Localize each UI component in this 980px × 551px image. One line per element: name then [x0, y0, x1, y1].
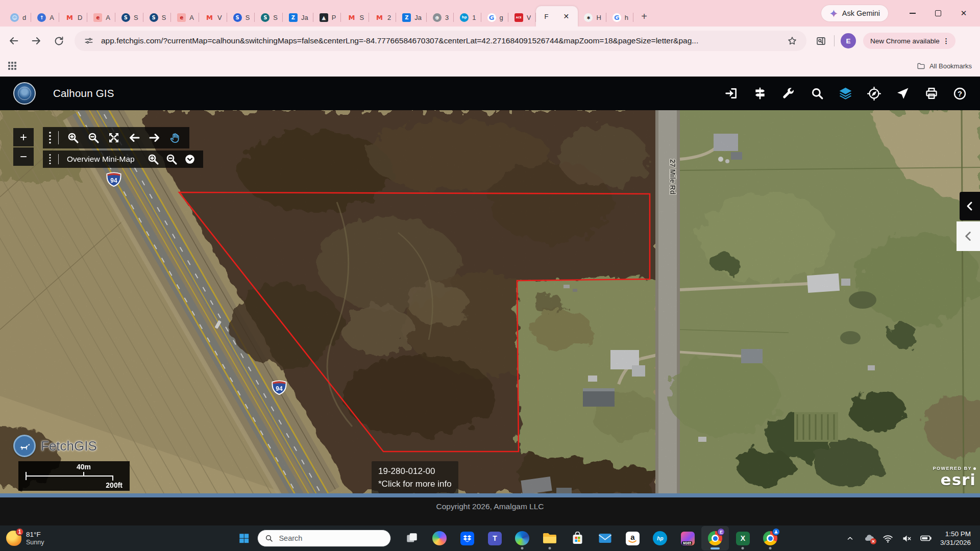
header-icon-bar: ? — [724, 87, 967, 101]
browser-tab[interactable]: MV — [199, 8, 227, 27]
browser-tab[interactable]: ZJa — [396, 8, 427, 27]
horizontal-scrollbar[interactable] — [0, 493, 980, 497]
chevron-down-circle-icon[interactable] — [181, 153, 199, 166]
url-text[interactable]: app.fetchgis.com/?currentMap=calhoun&swi… — [101, 36, 785, 45]
taskbar-app-amazon[interactable]: a — [619, 526, 646, 550]
map-zoom-out-button[interactable]: − — [13, 147, 34, 166]
forward-button[interactable] — [28, 32, 45, 49]
browser-tab[interactable]: Gg — [481, 8, 508, 27]
browser-tab[interactable]: Gh — [606, 8, 633, 27]
print-icon[interactable] — [924, 87, 938, 101]
address-bar[interactable]: app.fetchgis.com/?currentMap=calhoun&swi… — [75, 31, 806, 51]
browser-tab[interactable]: ▲P — [313, 8, 341, 27]
browser-tab[interactable]: ACEV — [508, 8, 536, 27]
onedrive-error-icon[interactable]: ✕ — [862, 530, 877, 547]
taskbar-app-m365[interactable]: M365 — [674, 526, 701, 550]
taskbar-app-chrome-secondary[interactable] — [756, 526, 784, 550]
app-badge — [772, 528, 780, 536]
start-button[interactable] — [234, 528, 254, 548]
arrow-left-icon[interactable] — [124, 130, 144, 146]
hand-icon[interactable] — [165, 130, 185, 146]
taskbar-app-edge[interactable] — [508, 526, 536, 550]
taskbar-app-hp[interactable]: hp — [646, 526, 674, 550]
page-title: Calhoun GIS — [53, 87, 114, 99]
taskbar-app-file-explorer[interactable] — [536, 526, 564, 550]
browser-tab[interactable]: M2 — [369, 8, 396, 27]
compass-icon[interactable] — [867, 87, 881, 101]
browser-tab[interactable]: SS — [227, 8, 255, 27]
extent-icon[interactable] — [104, 130, 124, 146]
tools-icon[interactable] — [781, 87, 795, 101]
browser-tab[interactable]: ZJa — [283, 8, 313, 27]
refresh-button[interactable] — [50, 32, 67, 49]
zoom-in-icon[interactable] — [63, 130, 83, 146]
bookmark-star-icon[interactable] — [785, 34, 799, 48]
tab-favicon: hp — [460, 13, 469, 22]
tab-favicon: S — [261, 13, 270, 22]
browser-menu-icon[interactable]: ⋮ — [940, 37, 953, 45]
taskbar-app-task-view[interactable] — [398, 526, 426, 550]
signpost-icon[interactable] — [753, 87, 767, 101]
minimize-button[interactable] — [908, 8, 918, 18]
zoom-out-icon[interactable] — [83, 130, 104, 146]
taskbar-search[interactable]: Search — [257, 530, 391, 547]
tray-expand-icon[interactable] — [843, 530, 858, 547]
taskbar-app-dropbox[interactable] — [453, 526, 481, 550]
zoom-in-icon[interactable] — [144, 153, 162, 166]
profile-avatar[interactable]: E — [841, 33, 856, 48]
browser-tab[interactable]: ☺d — [4, 8, 31, 27]
new-tab-button[interactable]: + — [636, 9, 652, 24]
zoom-out-icon[interactable] — [162, 153, 181, 166]
battery-icon[interactable] — [918, 530, 934, 547]
send-icon[interactable] — [896, 87, 910, 101]
browser-tab[interactable]: SS — [143, 8, 172, 27]
active-tab[interactable]: F✕ — [536, 6, 578, 27]
tab-close-icon[interactable]: ✕ — [561, 12, 571, 21]
sign-in-icon[interactable] — [724, 87, 738, 101]
drag-handle-icon[interactable] — [46, 131, 54, 144]
taskbar-clock[interactable]: 1:50 PM 3/31/2026 — [940, 530, 971, 547]
browser-tab[interactable]: eA — [87, 8, 115, 27]
browser-tab[interactable]: MS — [341, 8, 369, 27]
parcel-tooltip[interactable]: 19-280-012-00 *Click for more info — [372, 461, 458, 493]
browser-tab[interactable]: MD — [59, 8, 87, 27]
all-bookmarks-button[interactable]: All Bookmarks — [917, 62, 972, 70]
browser-tab[interactable]: SS — [115, 8, 143, 27]
taskbar-app-store[interactable] — [564, 526, 591, 550]
wifi-icon[interactable] — [880, 530, 896, 547]
county-seal-logo[interactable] — [13, 82, 36, 105]
tab-label: Ja — [414, 14, 422, 21]
toolbar-right: E New Chrome available ⋮ — [814, 33, 955, 49]
browser-tab[interactable]: ⊕3 — [427, 8, 454, 27]
taskbar-app-chrome-profile[interactable]: E — [701, 526, 729, 550]
browser-tab[interactable]: hp1 — [454, 8, 481, 27]
maximize-button[interactable] — [933, 8, 943, 18]
taskbar-app-copilot[interactable] — [426, 526, 453, 550]
browser-tab[interactable]: ↑A — [31, 8, 59, 27]
browser-tab[interactable]: eA — [171, 8, 199, 27]
sidebar-search-icon[interactable] — [814, 34, 828, 48]
taskbar-app-mail[interactable] — [591, 526, 619, 550]
arrow-right-icon[interactable] — [144, 130, 165, 146]
search-icon[interactable] — [810, 87, 824, 101]
update-chrome-button[interactable]: New Chrome available ⋮ — [863, 33, 955, 49]
site-settings-icon[interactable] — [82, 34, 96, 48]
browser-tab[interactable]: ∗H — [578, 8, 606, 27]
help-icon[interactable]: ? — [953, 87, 967, 101]
fetchgis-logo[interactable]: FetchGIS — [13, 435, 97, 457]
apps-grid-icon[interactable] — [8, 62, 16, 70]
taskbar-app-excel[interactable]: X — [729, 526, 756, 550]
taskbar-app-teams[interactable]: T — [481, 526, 508, 550]
ask-gemini-button[interactable]: Ask Gemini — [821, 5, 888, 21]
drag-handle-icon[interactable] — [46, 154, 54, 165]
panel-collapse-button[interactable] — [960, 192, 980, 220]
map-zoom-in-button[interactable]: + — [13, 128, 34, 146]
layers-icon[interactable] — [839, 87, 852, 101]
volume-muted-icon[interactable] — [899, 530, 915, 547]
browser-tab[interactable]: SS — [255, 8, 283, 27]
close-button[interactable]: ✕ — [959, 8, 969, 18]
back-button[interactable] — [5, 32, 22, 49]
map-viewport[interactable]: 94 94 27 Mile Rd + − — [0, 110, 980, 493]
panel-collapse-button-secondary[interactable] — [957, 221, 980, 251]
weather-widget[interactable]: 1 81°F Sunny — [6, 531, 44, 546]
